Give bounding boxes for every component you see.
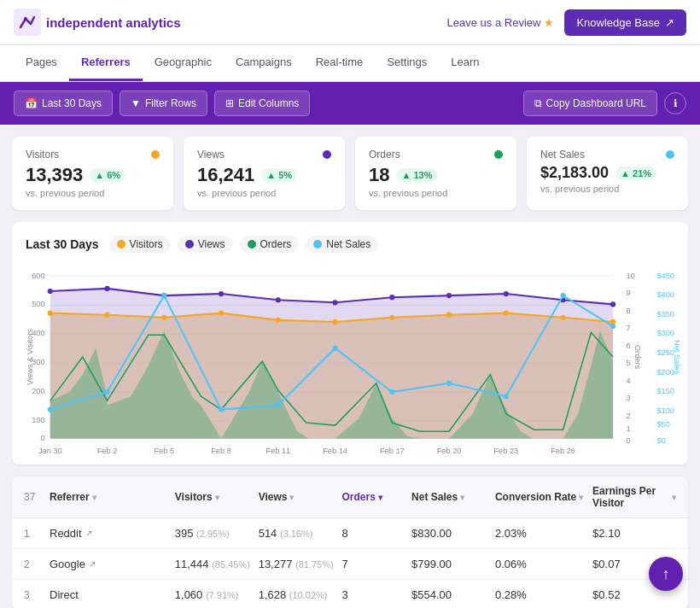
- legend-orders[interactable]: Orders: [240, 236, 300, 253]
- filter-rows-button[interactable]: ▼ Filter Rows: [120, 91, 207, 116]
- svg-point-48: [560, 293, 565, 298]
- header: independent analytics Leave us a Review …: [0, 0, 700, 45]
- cell-views: 1,628 (10.02%): [259, 588, 342, 601]
- sort-icon-orders: ▾: [378, 493, 382, 502]
- external-link-icon[interactable]: ↗: [89, 559, 96, 569]
- row-number: 2: [24, 558, 50, 570]
- stat-value-orders: 18 ▲ 13%: [369, 164, 503, 186]
- nav-item-geographic[interactable]: Geographic: [143, 45, 224, 81]
- svg-text:1: 1: [627, 424, 631, 433]
- cell-visitors: 395 (2.95%): [175, 527, 259, 540]
- stat-label-views: Views: [197, 149, 331, 161]
- svg-point-44: [332, 346, 337, 351]
- cell-netsales: $799.00: [411, 558, 495, 570]
- svg-point-22: [332, 300, 337, 305]
- svg-text:0: 0: [627, 436, 631, 445]
- filter-rows-label: Filter Rows: [145, 97, 196, 109]
- svg-text:$450: $450: [656, 272, 674, 280]
- chart-legend: Visitors Views Orders Net Sales: [109, 236, 379, 253]
- nav-item-realtime[interactable]: Real-time: [304, 45, 376, 81]
- chart-header: Last 30 Days Visitors Views Orders Net S…: [26, 236, 674, 253]
- nav-item-settings[interactable]: Settings: [375, 45, 439, 81]
- cell-orders: 8: [342, 527, 412, 540]
- col-header-views[interactable]: Views ▾: [259, 491, 342, 503]
- legend-views[interactable]: Views: [178, 236, 233, 253]
- legend-dot-orders: [248, 240, 256, 248]
- nav-item-learn[interactable]: Learn: [439, 45, 491, 81]
- legend-visitors[interactable]: Visitors: [109, 236, 171, 253]
- col-header-referrer[interactable]: Referrer ▾: [50, 491, 175, 503]
- stats-row: Visitors 13,393 ▲ 6% vs. previous period…: [0, 125, 700, 222]
- review-label: Leave us a Review: [447, 16, 541, 29]
- svg-point-36: [504, 311, 509, 316]
- svg-text:Net Sales: Net Sales: [673, 340, 681, 374]
- nav-item-campaigns[interactable]: Campaigns: [224, 45, 304, 81]
- svg-text:Views & Visitors: Views & Visitors: [26, 329, 34, 385]
- svg-point-32: [276, 318, 281, 323]
- legend-label-netsales: Net Sales: [326, 238, 370, 250]
- columns-icon: ⊞: [225, 97, 234, 109]
- cell-conversion: 2.03%: [495, 527, 592, 540]
- table-row: 1 Reddit ↗ 395 (2.95%) 514 (3.16%) 8 $83…: [12, 518, 688, 549]
- nav-item-referrers[interactable]: Referrers: [69, 45, 143, 81]
- svg-point-43: [276, 402, 281, 407]
- col-header-netsales[interactable]: Net Sales ▾: [411, 491, 495, 503]
- edit-columns-label: Edit Columns: [238, 97, 299, 109]
- legend-dot-netsales: [313, 240, 322, 248]
- copy-url-button[interactable]: ⧉ Copy Dashboard URL: [523, 91, 657, 116]
- col-header-visitors[interactable]: Visitors ▾: [175, 491, 259, 503]
- cell-referrer: Direct: [50, 588, 175, 601]
- svg-text:Jan 30: Jan 30: [38, 447, 62, 455]
- edit-columns-button[interactable]: ⊞ Edit Columns: [214, 91, 310, 116]
- knowledge-base-button[interactable]: Knowledge Base ↗: [564, 9, 686, 36]
- svg-point-30: [161, 315, 166, 320]
- svg-point-39: [48, 407, 53, 412]
- visitors-dot: [151, 150, 160, 159]
- svg-text:10: 10: [627, 272, 635, 280]
- svg-text:Feb 17: Feb 17: [380, 447, 405, 455]
- svg-text:$150: $150: [656, 387, 674, 395]
- col-header-orders[interactable]: Orders ▾: [342, 491, 412, 503]
- table-row: 3 Direct 1,060 (7.91%) 1,628 (10.02%) 3 …: [12, 580, 688, 608]
- stat-sub-visitors: vs. previous period: [26, 188, 160, 198]
- sort-icon-earnings: ▾: [672, 493, 676, 502]
- visitors-badge: ▲ 6%: [90, 168, 125, 182]
- date-range-label: Last 30 Days: [42, 97, 102, 109]
- cell-visitors: 1,060 (7.91%): [175, 588, 259, 601]
- nav-item-pages[interactable]: Pages: [14, 45, 69, 81]
- star-icon: ★: [544, 16, 554, 29]
- review-link[interactable]: Leave us a Review ★: [447, 16, 555, 29]
- svg-text:4: 4: [627, 377, 631, 385]
- date-range-button[interactable]: 📅 Last 30 Days: [14, 91, 113, 116]
- info-button[interactable]: ℹ: [664, 92, 686, 114]
- toolbar-right: ⧉ Copy Dashboard URL ℹ: [523, 91, 686, 116]
- svg-point-24: [446, 293, 452, 298]
- svg-point-49: [610, 324, 615, 329]
- cell-conversion: 0.28%: [495, 588, 592, 601]
- svg-point-33: [332, 319, 337, 324]
- col-header-earnings[interactable]: Earnings Per Visitor ▾: [592, 485, 676, 509]
- row-number: 1: [24, 528, 50, 540]
- views-dot: [323, 150, 331, 159]
- svg-text:Feb 2: Feb 2: [97, 447, 118, 455]
- toolbar: 📅 Last 30 Days ▼ Filter Rows ⊞ Edit Colu…: [0, 82, 700, 125]
- svg-point-47: [504, 394, 509, 399]
- cell-views: 514 (3.16%): [259, 527, 342, 540]
- stat-label-netsales: Net Sales: [540, 149, 674, 161]
- stat-card-orders: Orders 18 ▲ 13% vs. previous period: [355, 137, 516, 210]
- scroll-to-top-button[interactable]: ↑: [649, 557, 683, 591]
- legend-label-visitors: Visitors: [130, 238, 163, 250]
- legend-label-views: Views: [198, 238, 225, 250]
- cell-conversion: 0.06%: [495, 558, 592, 570]
- col-header-conversion[interactable]: Conversion Rate ▾: [495, 491, 592, 503]
- chart-section: Last 30 Days Visitors Views Orders Net S…: [12, 222, 688, 465]
- logo-icon: [14, 9, 41, 36]
- svg-text:0: 0: [40, 434, 44, 442]
- svg-point-42: [219, 407, 224, 412]
- cell-orders: 7: [342, 558, 412, 570]
- external-link-icon[interactable]: ↗: [85, 529, 92, 538]
- cell-earnings: $2.10: [592, 527, 676, 540]
- logo-text: independent analytics: [46, 15, 181, 30]
- svg-text:Feb 5: Feb 5: [154, 447, 174, 455]
- legend-netsales[interactable]: Net Sales: [306, 236, 378, 253]
